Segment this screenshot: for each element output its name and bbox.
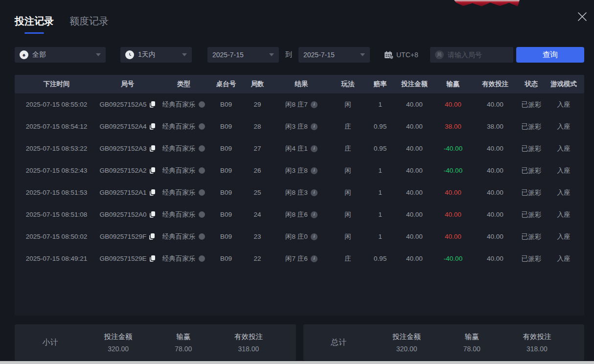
cell-bet-time: 2025-07-15 08:49:21 bbox=[16, 255, 97, 262]
cell-game-type: 经典百家乐 bbox=[158, 122, 209, 131]
cell-play: 闲 bbox=[331, 232, 365, 241]
chevron-down-icon bbox=[182, 53, 187, 56]
table-header-row: 下注时间局号类型桌台号局数结果玩法赔率投注金额输赢有效投注状态游戏模式 bbox=[15, 75, 584, 93]
result-text: 闲8 庄3 bbox=[285, 188, 308, 197]
copy-icon[interactable] bbox=[150, 101, 156, 108]
cell-play: 闲 bbox=[331, 188, 365, 197]
summary-item: 输赢78.00 bbox=[439, 332, 504, 353]
cell-status: 已派彩 bbox=[518, 210, 545, 219]
chevron-down-icon bbox=[360, 53, 365, 56]
copy-icon[interactable] bbox=[150, 189, 156, 196]
game-type-select[interactable]: ♠ 全部 bbox=[15, 47, 106, 63]
copy-icon[interactable] bbox=[150, 123, 156, 130]
cell-game-type: 经典百家乐 bbox=[158, 232, 209, 241]
betting-records-table: 下注时间局号类型桌台号局数结果玩法赔率投注金额输赢有效投注状态游戏模式 2025… bbox=[15, 75, 584, 316]
cell-game-type: 经典百家乐 bbox=[158, 166, 209, 175]
cell-play: 闲 bbox=[331, 100, 365, 109]
filter-bar: ♠ 全部 1天内 2025-7-15 到 2025-7-15 UTC+ bbox=[15, 47, 584, 63]
cell-win-loss: -40.00 bbox=[434, 167, 473, 174]
cell-valid-bet: 40.00 bbox=[473, 145, 518, 152]
cell-rounds: 29 bbox=[243, 101, 272, 108]
time-range-select[interactable]: 1天内 bbox=[120, 47, 192, 63]
cell-bet-amount: 40.00 bbox=[395, 255, 434, 262]
cell-game-mode: 入座 bbox=[545, 188, 582, 197]
summary-item: 有效投注318.00 bbox=[504, 332, 570, 353]
result-info-icon[interactable]: i bbox=[311, 189, 318, 196]
copy-icon[interactable] bbox=[150, 145, 156, 152]
cell-win-loss: 40.00 bbox=[434, 189, 473, 196]
column-header: 类型 bbox=[158, 80, 209, 89]
close-icon[interactable] bbox=[576, 11, 588, 23]
result-text: 闲4 庄1 bbox=[285, 144, 308, 153]
cell-table-no: B09 bbox=[209, 255, 243, 262]
table-row: 2025-07-15 08:54:12GB09257152A4经典百家乐B092… bbox=[15, 115, 584, 137]
date-from-select[interactable]: 2025-7-15 bbox=[207, 47, 279, 63]
date-to-select[interactable]: 2025-7-15 bbox=[298, 47, 370, 63]
result-info-icon[interactable]: i bbox=[311, 211, 318, 218]
table-row: 2025-07-15 08:50:02GB092571529F经典百家乐B092… bbox=[15, 226, 584, 248]
result-info-icon[interactable]: i bbox=[311, 123, 318, 130]
cell-odds: 0.95 bbox=[365, 145, 395, 152]
total-label: 总计 bbox=[303, 338, 374, 348]
cell-play: 闲 bbox=[331, 210, 365, 219]
copy-icon[interactable] bbox=[150, 167, 156, 174]
summary-item-label: 有效投注 bbox=[216, 332, 281, 341]
cell-status: 已派彩 bbox=[518, 188, 545, 197]
cell-status: 已派彩 bbox=[518, 254, 545, 263]
cell-win-loss: 40.00 bbox=[434, 211, 473, 218]
cell-table-no: B09 bbox=[209, 145, 243, 152]
game-type-text: 经典百家乐 bbox=[162, 254, 196, 263]
chevron-down-icon bbox=[96, 53, 101, 56]
cell-play: 庄 bbox=[331, 144, 365, 153]
cell-bet-amount: 40.00 bbox=[395, 189, 434, 196]
cell-valid-bet: 40.00 bbox=[473, 211, 518, 218]
cell-odds: 1 bbox=[365, 101, 395, 108]
cell-result: 闲8 庄6i bbox=[272, 210, 331, 219]
replay-dot-icon bbox=[199, 233, 205, 240]
cell-odds: 0.95 bbox=[365, 255, 395, 262]
game-type-value: 全部 bbox=[32, 50, 46, 59]
result-info-icon[interactable]: i bbox=[311, 101, 318, 108]
game-id-input[interactable] bbox=[448, 51, 508, 59]
summary-item: 投注金额320.00 bbox=[374, 332, 439, 353]
game-type-text: 经典百家乐 bbox=[162, 122, 196, 131]
cell-result: 闲8 庄3i bbox=[272, 188, 331, 197]
table-row: 2025-07-15 08:53:22GB09257152A3经典百家乐B092… bbox=[15, 137, 584, 159]
cell-valid-bet: 40.00 bbox=[473, 189, 518, 196]
copy-icon[interactable] bbox=[150, 255, 156, 262]
column-header: 有效投注 bbox=[473, 80, 518, 89]
result-info-icon[interactable]: i bbox=[311, 167, 318, 174]
cell-game-mode: 入座 bbox=[545, 254, 582, 263]
cell-bet-time: 2025-07-15 08:50:02 bbox=[16, 233, 97, 240]
cell-rounds: 25 bbox=[243, 189, 272, 196]
cell-bet-amount: 40.00 bbox=[395, 167, 434, 174]
cell-result: 闲3 庄8i bbox=[272, 166, 331, 175]
calendar-clock-icon bbox=[384, 51, 394, 59]
summary-item-value: 320.00 bbox=[86, 345, 151, 353]
cell-table-no: B09 bbox=[209, 189, 243, 196]
tab-betting-records[interactable]: 投注记录 bbox=[15, 15, 54, 34]
cell-rounds: 23 bbox=[243, 233, 272, 240]
result-info-icon[interactable]: i bbox=[311, 233, 318, 240]
cell-table-no: B09 bbox=[209, 233, 243, 240]
copy-icon[interactable] bbox=[150, 211, 156, 218]
summary-item: 有效投注318.00 bbox=[216, 332, 281, 353]
cell-bet-amount: 40.00 bbox=[395, 211, 434, 218]
summary-item-value: 318.00 bbox=[504, 345, 570, 353]
column-header: 输赢 bbox=[434, 80, 473, 89]
result-info-icon[interactable]: i bbox=[311, 255, 318, 262]
tab-quota-records[interactable]: 额度记录 bbox=[69, 15, 109, 28]
result-info-icon[interactable]: i bbox=[311, 145, 318, 152]
query-button[interactable]: 查询 bbox=[516, 47, 584, 63]
spade-icon: ♠ bbox=[20, 50, 28, 59]
cell-valid-bet: 38.00 bbox=[473, 123, 518, 130]
column-header: 状态 bbox=[518, 80, 545, 89]
result-text: 闲8 庄0 bbox=[285, 232, 308, 241]
timezone-indicator: UTC+8 bbox=[384, 51, 418, 59]
copy-icon[interactable] bbox=[149, 233, 155, 240]
cell-rounds: 28 bbox=[243, 123, 272, 130]
cell-bet-amount: 40.00 bbox=[395, 123, 434, 130]
column-header: 游戏模式 bbox=[545, 80, 582, 89]
cell-game-mode: 入座 bbox=[545, 232, 582, 241]
cell-status: 已派彩 bbox=[518, 166, 545, 175]
